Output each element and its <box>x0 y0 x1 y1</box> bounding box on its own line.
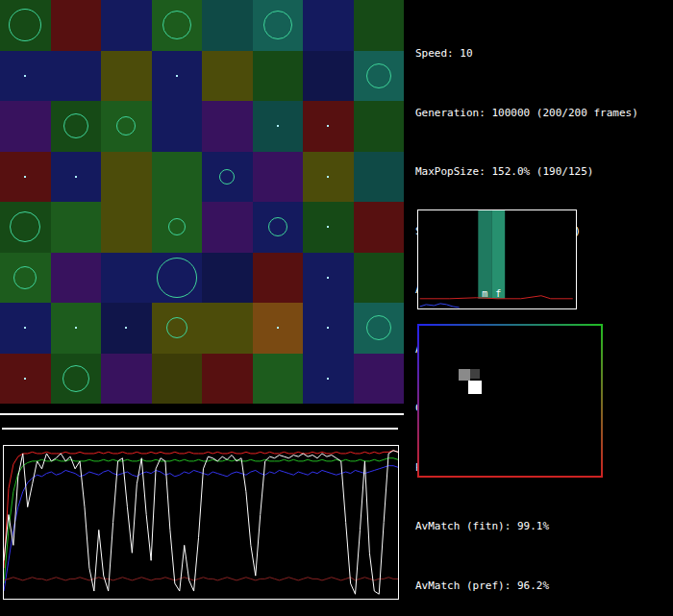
creature-circle <box>9 9 41 41</box>
creature-circle <box>268 217 287 236</box>
world-cell <box>152 0 203 51</box>
world-cell <box>354 253 405 304</box>
world-cell <box>303 101 354 152</box>
creature-dot <box>327 327 329 329</box>
creature-dot <box>327 226 329 228</box>
creature-dot <box>176 75 178 77</box>
world-cell <box>202 0 253 51</box>
world-cell <box>354 303 405 354</box>
world-cell <box>253 51 304 102</box>
world-cell <box>303 253 354 304</box>
world-cell <box>152 354 203 405</box>
world-cell <box>303 303 354 354</box>
world-cell <box>101 303 152 354</box>
creature-dot <box>24 327 26 329</box>
creature-circle <box>63 113 88 138</box>
world-cell <box>0 253 51 304</box>
world-cell <box>51 253 102 304</box>
genotype-map-panel <box>417 324 603 478</box>
world-cell <box>0 51 51 102</box>
creature-circle <box>366 63 391 88</box>
creature-dot <box>125 327 127 329</box>
creature-circle <box>219 169 235 185</box>
world-cell <box>152 303 203 354</box>
world-cell <box>0 101 51 152</box>
histogram-bar-f <box>491 210 505 299</box>
world-cell <box>303 202 354 253</box>
world-cell <box>253 152 304 203</box>
history-graph-panel <box>3 445 399 600</box>
world-cell <box>202 354 253 405</box>
creature-circle <box>366 315 391 340</box>
world-cell <box>202 152 253 203</box>
sex-histogram-panel: mf <box>417 209 577 309</box>
graph-line-green <box>4 458 398 583</box>
world-cell <box>303 152 354 203</box>
creature-dot <box>327 125 329 127</box>
graph-line-dark-red <box>4 578 398 580</box>
world-cell <box>354 202 405 253</box>
creature-circle <box>157 258 197 298</box>
creature-dot <box>75 176 77 178</box>
world-cell <box>354 101 405 152</box>
world-cell <box>202 51 253 102</box>
world-cell <box>303 0 354 51</box>
sex-histogram-chart: mf <box>418 210 576 308</box>
world-cell <box>51 303 102 354</box>
stat-generation: Generation: 100000 (200/200 frames) <box>415 104 638 124</box>
stats-panel: Speed: 10 Generation: 100000 (200/200 fr… <box>415 5 638 616</box>
creature-circle <box>263 11 292 39</box>
genotype-density-cell <box>468 381 482 394</box>
world-cell <box>354 51 405 102</box>
creature-circle <box>13 266 37 289</box>
genomap-border-right <box>601 324 603 478</box>
world-cell <box>101 152 152 203</box>
world-cell <box>303 51 354 102</box>
progress-bar-top <box>0 413 404 415</box>
world-cell <box>152 51 203 102</box>
world-cell <box>101 51 152 102</box>
world-cell <box>152 202 203 253</box>
creature-circle <box>116 116 136 136</box>
world-cell <box>0 303 51 354</box>
world-cell <box>0 354 51 405</box>
creature-dot <box>327 378 329 380</box>
world-cell <box>51 152 102 203</box>
world-cell <box>354 0 405 51</box>
world-cell <box>152 152 203 203</box>
world-cell <box>51 202 102 253</box>
genotype-density-cell <box>459 369 470 381</box>
world-cell <box>202 253 253 304</box>
creature-dot <box>327 277 329 279</box>
world-grid[interactable] <box>0 0 404 404</box>
world-cell <box>253 202 304 253</box>
creature-dot <box>24 176 26 178</box>
world-cell <box>101 101 152 152</box>
world-cell <box>253 101 304 152</box>
world-cell <box>0 202 51 253</box>
history-graph-chart <box>4 446 398 599</box>
creature-circle <box>168 218 186 235</box>
genotype-density-cell <box>470 369 480 379</box>
creature-circle <box>166 317 187 338</box>
simulation-app: { "stats": { "lines": [ "Speed: 10", "Ge… <box>0 0 673 616</box>
creature-circle <box>62 365 89 392</box>
world-cell <box>51 354 102 405</box>
histogram-blue-curve <box>420 304 460 308</box>
world-cell <box>51 0 102 51</box>
histogram-label-m: m <box>482 288 487 299</box>
world-cell <box>202 101 253 152</box>
world-cell <box>51 51 102 102</box>
world-cell <box>101 0 152 51</box>
stat-maxpopsize: MaxPopSize: 152.0% (190/125) <box>415 162 638 183</box>
creature-dot <box>75 327 77 329</box>
world-cell <box>354 152 405 203</box>
world-cell <box>253 0 304 51</box>
histogram-bar-m <box>478 210 491 299</box>
world-cell <box>51 101 102 152</box>
world-cell <box>354 354 405 405</box>
creature-dot <box>327 176 329 178</box>
world-cell <box>253 303 304 354</box>
graph-line-blue <box>4 466 398 591</box>
world-cell <box>202 202 253 253</box>
